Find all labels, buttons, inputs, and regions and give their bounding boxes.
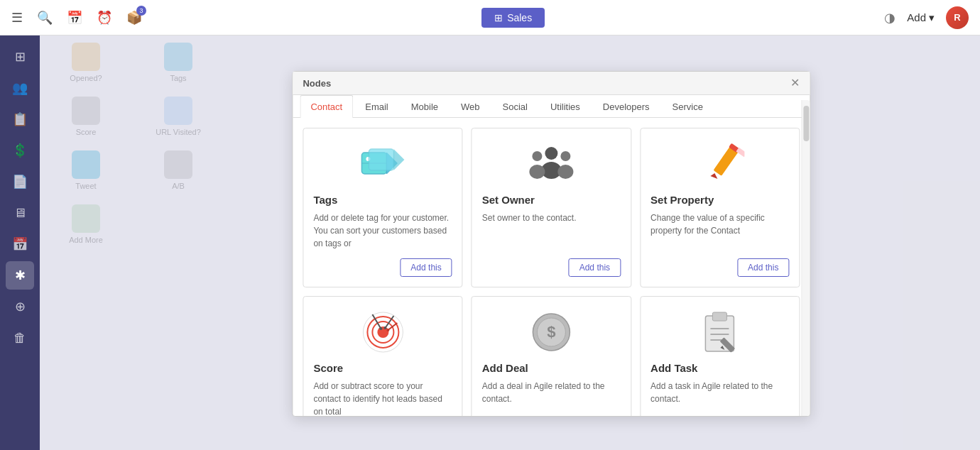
- tab-social[interactable]: Social: [492, 95, 538, 118]
- svg-point-11: [557, 165, 573, 179]
- task-card-desc: Add a task in Agile related to the conta…: [650, 380, 789, 416]
- svg-point-9: [529, 165, 545, 179]
- tab-service[interactable]: Service: [662, 95, 714, 118]
- notifications-icon[interactable]: 📦 3: [126, 10, 142, 26]
- owner-card-desc: Set owner to the contact.: [482, 212, 577, 250]
- scroll-thumb: [803, 106, 809, 141]
- sales-button[interactable]: ⊞ Sales: [481, 8, 545, 28]
- add-chevron: ▾: [929, 11, 935, 24]
- top-navigation: ☰ 🔍 📅 ⏰ 📦 3 ⊞ Sales ◑ Add ▾ R: [0, 0, 980, 35]
- owner-card-title: Set Owner: [482, 194, 535, 206]
- modal-tabs: Contact Email Mobile Web Social Utilitie…: [293, 95, 810, 118]
- svg-point-23: [386, 329, 389, 331]
- tab-utilities[interactable]: Utilities: [540, 95, 591, 118]
- sidebar-item-trash[interactable]: 🗑: [6, 324, 34, 352]
- task-icon: [692, 307, 748, 356]
- svg-point-8: [532, 151, 542, 161]
- modal-scrollbar[interactable]: [801, 100, 810, 416]
- node-card-tags: Tags Add or delete tag for your customer…: [303, 128, 462, 287]
- property-card-footer: Add this: [650, 258, 789, 277]
- property-card-title: Set Property: [650, 194, 714, 206]
- property-icon: [692, 138, 748, 188]
- node-card-score: Score Add or subtract score to your cont…: [303, 296, 462, 416]
- node-card-set-owner: Set Owner Set owner to the contact. Add …: [472, 128, 631, 287]
- svg-point-19: [377, 326, 388, 338]
- tab-email[interactable]: Email: [354, 95, 399, 118]
- sidebar-item-reports[interactable]: 📋: [6, 105, 34, 133]
- owner-add-button[interactable]: Add this: [569, 258, 621, 277]
- svg-point-10: [560, 151, 570, 161]
- deal-card-desc: Add a deal in Agile related to the conta…: [482, 380, 621, 416]
- sidebar-item-dashboard[interactable]: ⊞: [6, 43, 34, 71]
- sidebar-item-screen[interactable]: 🖥: [6, 199, 34, 227]
- nodes-modal: Nodes ✕ Contact Email Mobile Web Social …: [292, 71, 810, 417]
- svg-point-21: [383, 326, 386, 329]
- svg-text:$: $: [547, 323, 555, 341]
- deal-card-title: Add Deal: [482, 362, 528, 374]
- modal-title: Nodes: [303, 78, 331, 89]
- sidebar-item-integrations[interactable]: ✱: [6, 261, 34, 290]
- main-content: Opened? Tags Score URL Visited? Tweet: [40, 35, 980, 450]
- modal-cards-grid: Tags Add or delete tag for your customer…: [293, 118, 810, 416]
- task-card-title: Add Task: [650, 362, 697, 374]
- node-card-add-task: Add Task Add a task in Agile related to …: [640, 296, 800, 416]
- tags-icon: [354, 138, 411, 188]
- sidebar-item-calendar[interactable]: 📅: [6, 230, 34, 258]
- sidebar-item-contacts[interactable]: 👥: [6, 74, 34, 102]
- theme-icon[interactable]: ◑: [884, 10, 895, 26]
- score-card-desc: Add or subtract score to your contact to…: [313, 380, 452, 416]
- score-icon: [354, 307, 411, 356]
- svg-marker-5: [393, 149, 404, 170]
- sidebar-item-deals[interactable]: 💲: [6, 136, 34, 165]
- modal-close-button[interactable]: ✕: [790, 77, 800, 89]
- property-add-button[interactable]: Add this: [737, 258, 789, 277]
- tags-add-button[interactable]: Add this: [400, 258, 452, 277]
- svg-point-25: [379, 327, 382, 330]
- tags-card-footer: Add this: [313, 258, 452, 277]
- tab-web[interactable]: Web: [450, 95, 491, 118]
- sales-label: Sales: [507, 12, 532, 23]
- notification-badge: 3: [136, 6, 146, 16]
- node-card-set-property: Set Property Change the value of a speci…: [640, 128, 800, 287]
- tab-mobile[interactable]: Mobile: [401, 95, 449, 118]
- tab-contact[interactable]: Contact: [300, 95, 353, 118]
- svg-point-6: [545, 147, 557, 160]
- nav-center: ⊞ Sales: [156, 8, 870, 28]
- clock-icon[interactable]: ⏰: [97, 10, 112, 26]
- node-card-add-deal: $ Add Deal Add a deal in Agile related t…: [472, 296, 631, 416]
- tags-card-desc: Add or delete tag for your customer. You…: [313, 212, 452, 250]
- hamburger-menu[interactable]: ☰: [11, 10, 23, 26]
- property-card-desc: Change the value of a specific property …: [650, 212, 789, 250]
- sales-grid-icon: ⊞: [494, 12, 503, 23]
- deal-icon: $: [523, 307, 579, 356]
- calendar-icon[interactable]: 📅: [67, 10, 82, 26]
- svg-rect-4: [369, 149, 393, 170]
- modal-header: Nodes ✕: [293, 72, 810, 95]
- sidebar-item-files[interactable]: 📄: [6, 168, 34, 196]
- nav-right: ◑ Add ▾ R: [884, 6, 969, 29]
- owner-card-footer: Add this: [482, 258, 621, 277]
- svg-rect-30: [713, 312, 727, 321]
- svg-marker-13: [711, 173, 718, 179]
- sidebar-item-plugins[interactable]: ⊕: [6, 292, 34, 321]
- tags-card-title: Tags: [313, 194, 337, 206]
- add-label: Add: [907, 11, 926, 23]
- score-card-title: Score: [313, 362, 343, 374]
- tab-developers[interactable]: Developers: [592, 95, 660, 118]
- avatar[interactable]: R: [946, 6, 969, 29]
- owner-icon: [523, 138, 579, 188]
- add-button[interactable]: Add ▾: [907, 11, 935, 24]
- left-sidebar: ⊞ 👥 📋 💲 📄 🖥 📅 ✱ ⊕ 🗑: [0, 35, 40, 450]
- search-icon[interactable]: 🔍: [37, 10, 53, 26]
